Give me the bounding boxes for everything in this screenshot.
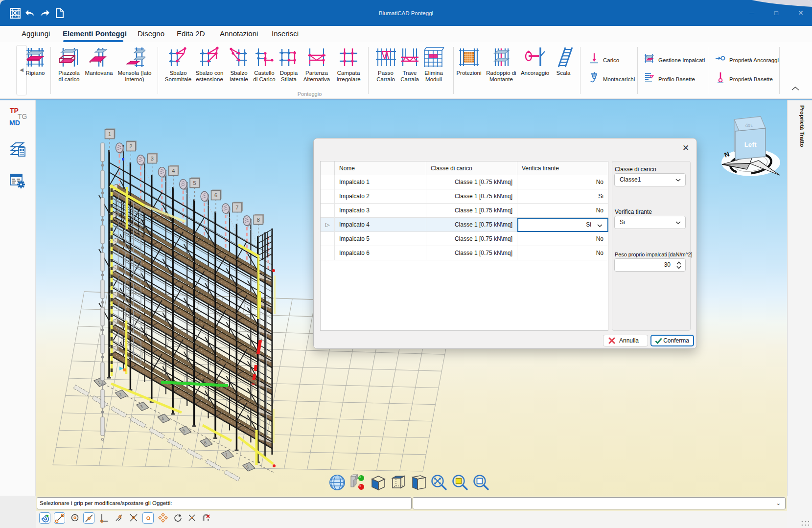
svg-text:5: 5 [193, 180, 196, 186]
svg-text:Left: Left [744, 141, 757, 148]
svg-text:6: 6 [214, 192, 217, 198]
svg-text:1: 1 [108, 131, 111, 137]
svg-text:4: 4 [172, 168, 175, 174]
svg-text:3: 3 [151, 156, 154, 161]
svg-text:8: 8 [257, 217, 260, 223]
svg-text:Top: Top [745, 123, 753, 129]
svg-text:2: 2 [129, 143, 132, 149]
svg-text:7: 7 [235, 205, 238, 210]
